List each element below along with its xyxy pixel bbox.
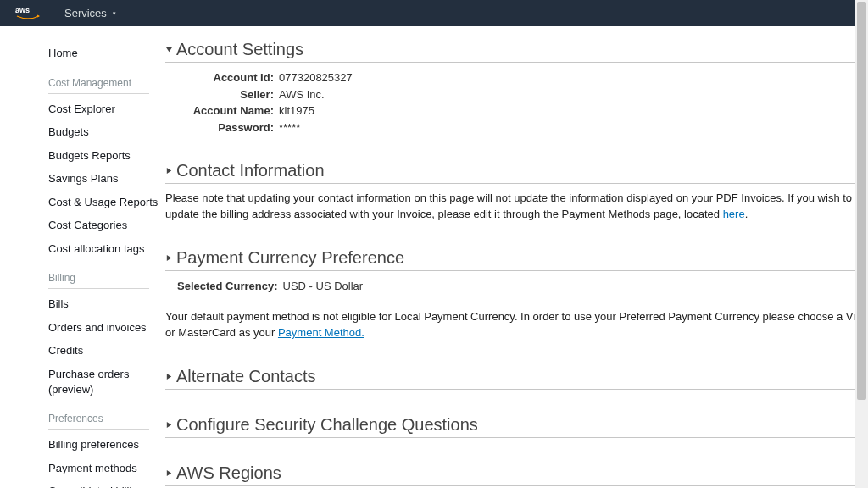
- section-title: Account Settings: [176, 40, 303, 59]
- section-title: Contact Information: [176, 161, 325, 180]
- note-text-pre: Your default payment method is not eligi…: [165, 310, 867, 339]
- value-selected-currency: USD - US Dollar: [283, 278, 369, 295]
- section-title: Payment Currency Preference: [176, 248, 404, 268]
- scrollbar-thumb[interactable]: [857, 2, 866, 400]
- aws-logo[interactable]: aws: [15, 6, 41, 21]
- sidebar-item-budgets[interactable]: Budgets: [48, 120, 164, 144]
- section-account-settings: Account Settings Account Id: 07732082532…: [165, 38, 868, 136]
- section-payment-currency: Payment Currency Preference Selected Cur…: [165, 247, 868, 341]
- section-aws-regions: AWS Regions: [165, 462, 868, 486]
- sidebar-group-billing: Billing: [48, 272, 149, 289]
- sidebar-item-orders-invoices[interactable]: Orders and invoices: [48, 316, 164, 340]
- label-account-id: Account Id:: [177, 69, 279, 86]
- section-header-security-questions[interactable]: Configure Security Challenge Questions: [165, 413, 868, 438]
- label-seller: Seller:: [177, 86, 279, 103]
- services-menu-label: Services: [64, 7, 107, 19]
- contact-info-note: Please note that updating your contact i…: [165, 191, 868, 223]
- services-menu[interactable]: Services ▼: [58, 0, 124, 26]
- sidebar-item-cost-categories[interactable]: Cost Categories: [48, 214, 164, 237]
- sidebar-item-budgets-reports[interactable]: Budgets Reports: [48, 144, 164, 168]
- sidebar-item-payment-methods[interactable]: Payment methods: [48, 457, 164, 480]
- label-password: Password:: [177, 119, 279, 136]
- sidebar-item-savings-plans[interactable]: Savings Plans: [48, 167, 164, 191]
- label-account-name: Account Name:: [177, 103, 279, 119]
- section-title: Configure Security Challenge Questions: [176, 415, 478, 435]
- table-row: Password: *****: [177, 119, 358, 136]
- section-title: AWS Regions: [176, 463, 281, 483]
- sidebar-group-cost-management: Cost Management: [48, 77, 149, 94]
- value-account-id: 077320825327: [279, 69, 358, 86]
- section-header-aws-regions[interactable]: AWS Regions: [165, 462, 868, 486]
- section-header-contact-information[interactable]: Contact Information: [165, 159, 868, 184]
- section-header-payment-currency[interactable]: Payment Currency Preference: [165, 247, 868, 271]
- caret-down-icon: [165, 46, 176, 53]
- value-account-name: kit1975: [279, 103, 358, 119]
- main-content: Account Settings Account Id: 07732082532…: [165, 26, 868, 488]
- sidebar-item-purchase-orders[interactable]: Purchase orders (preview): [48, 363, 164, 401]
- currency-table: Selected Currency: USD - US Dollar: [177, 278, 368, 295]
- top-navbar: aws Services ▼: [0, 0, 868, 26]
- caret-right-icon: [165, 167, 176, 175]
- table-row: Selected Currency: USD - US Dollar: [177, 278, 368, 295]
- note-text-post: .: [745, 208, 748, 220]
- value-password: *****: [279, 119, 358, 136]
- caret-right-icon: [165, 421, 176, 429]
- currency-note: Your default payment method is not eligi…: [165, 309, 868, 341]
- payment-methods-here-link[interactable]: here: [723, 208, 745, 220]
- sidebar-item-billing-preferences[interactable]: Billing preferences: [48, 433, 164, 457]
- caret-right-icon: [165, 254, 176, 262]
- section-security-questions: Configure Security Challenge Questions: [165, 413, 868, 438]
- section-header-alternate-contacts[interactable]: Alternate Contacts: [165, 365, 868, 390]
- caret-down-icon: ▼: [112, 11, 117, 16]
- sidebar: Home Cost Management Cost Explorer Budge…: [0, 26, 165, 488]
- sidebar-item-cost-allocation-tags[interactable]: Cost allocation tags: [48, 237, 164, 261]
- table-row: Seller: AWS Inc.: [177, 86, 358, 103]
- scrollbar[interactable]: [855, 0, 868, 488]
- payment-method-link[interactable]: Payment Method.: [278, 326, 364, 339]
- sidebar-item-credits[interactable]: Credits: [48, 339, 164, 363]
- sidebar-item-cost-explorer[interactable]: Cost Explorer: [48, 97, 164, 121]
- svg-text:aws: aws: [15, 6, 30, 14]
- table-row: Account Name: kit1975: [177, 103, 358, 119]
- note-text-pre: Please note that updating your contact i…: [165, 191, 852, 220]
- account-settings-table: Account Id: 077320825327 Seller: AWS Inc…: [177, 69, 358, 136]
- table-row: Account Id: 077320825327: [177, 69, 358, 86]
- sidebar-item-cost-usage-reports[interactable]: Cost & Usage Reports: [48, 191, 164, 214]
- sidebar-item-consolidated-billing[interactable]: Consolidated billing: [48, 480, 164, 488]
- label-selected-currency: Selected Currency:: [177, 278, 283, 295]
- caret-right-icon: [165, 373, 176, 380]
- section-alternate-contacts: Alternate Contacts: [165, 365, 868, 390]
- sidebar-item-home[interactable]: Home: [48, 42, 164, 65]
- value-seller: AWS Inc.: [279, 86, 358, 103]
- section-title: Alternate Contacts: [176, 367, 316, 386]
- sidebar-group-preferences: Preferences: [48, 413, 149, 430]
- section-contact-information: Contact Information Please note that upd…: [165, 159, 868, 223]
- section-header-account-settings[interactable]: Account Settings: [165, 38, 868, 63]
- caret-right-icon: [165, 469, 176, 477]
- sidebar-item-bills[interactable]: Bills: [48, 292, 164, 316]
